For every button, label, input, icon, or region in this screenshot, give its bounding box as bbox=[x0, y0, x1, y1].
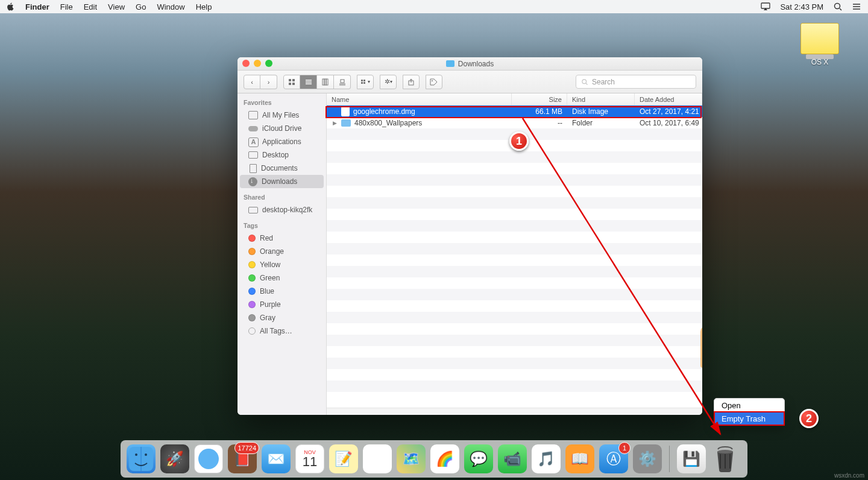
sidebar-tag-orange[interactable]: Orange bbox=[240, 245, 324, 258]
dock-maps-icon[interactable]: 🗺️ bbox=[397, 444, 426, 473]
dock-mail-icon[interactable]: ✉️ bbox=[262, 444, 291, 473]
row-stripes bbox=[327, 128, 702, 408]
all-tags-icon bbox=[248, 327, 256, 335]
view-list-button[interactable] bbox=[300, 75, 317, 89]
sidebar-item-shared-computer[interactable]: desktop-kikq2fk bbox=[240, 203, 324, 216]
dock-trash-icon[interactable] bbox=[711, 444, 740, 473]
drive-icon bbox=[800, 23, 839, 54]
svg-point-9 bbox=[853, 8, 854, 10]
view-coverflow-button[interactable] bbox=[334, 75, 351, 89]
column-header-date[interactable]: Date Added bbox=[635, 93, 702, 105]
dock-separator bbox=[669, 446, 670, 472]
sidebar-favorites-header: Favorites bbox=[237, 93, 326, 109]
column-header-name[interactable]: Name bbox=[327, 93, 512, 105]
svg-rect-24 bbox=[363, 80, 365, 81]
svg-point-8 bbox=[853, 6, 854, 7]
sidebar-item-label: Yellow bbox=[260, 261, 280, 269]
svg-point-2 bbox=[835, 4, 840, 9]
arrange-button[interactable]: ▾ bbox=[357, 75, 374, 89]
file-icon bbox=[341, 107, 350, 116]
sidebar-tag-blue[interactable]: Blue bbox=[240, 285, 324, 298]
context-menu-open[interactable]: Open bbox=[714, 399, 784, 412]
forward-button[interactable]: › bbox=[260, 75, 277, 89]
sidebar-item-icloud[interactable]: iCloud Drive bbox=[240, 122, 324, 135]
sidebar-item-documents[interactable]: Documents bbox=[240, 162, 324, 175]
view-icon-button[interactable] bbox=[283, 75, 300, 89]
menu-help[interactable]: Help bbox=[196, 2, 212, 11]
downloads-icon bbox=[248, 177, 257, 186]
sidebar-tag-green[interactable]: Green bbox=[240, 271, 324, 285]
dock-notes-icon[interactable]: 📝 bbox=[329, 444, 358, 473]
dock-itunes-icon[interactable]: 🎵 bbox=[532, 444, 561, 473]
view-column-button[interactable] bbox=[317, 75, 334, 89]
window-zoom-button[interactable] bbox=[265, 60, 272, 67]
dock-systemprefs-icon[interactable]: ⚙️ bbox=[633, 444, 662, 473]
horizontal-scrollbar[interactable] bbox=[327, 408, 702, 415]
dock-launchpad-icon[interactable]: 🚀 bbox=[160, 444, 189, 473]
dock-finder-icon[interactable] bbox=[127, 444, 156, 473]
menu-edit[interactable]: Edit bbox=[84, 2, 97, 11]
file-date: Oct 27, 2017, 4:21 bbox=[635, 107, 702, 116]
dock-contacts-icon[interactable]: 📕17724 bbox=[228, 444, 257, 473]
menu-go[interactable]: Go bbox=[136, 2, 146, 11]
svg-line-31 bbox=[586, 83, 587, 84]
sidebar-all-tags[interactable]: All Tags… bbox=[240, 324, 324, 338]
footer-attribution: wsxdn.com bbox=[834, 472, 864, 479]
desktop-drive[interactable]: OS X bbox=[796, 23, 844, 66]
disclosure-icon[interactable]: ▶ bbox=[332, 120, 338, 126]
dock-photos-icon[interactable]: 🌈 bbox=[430, 444, 459, 473]
dock-safari-icon[interactable] bbox=[194, 444, 223, 473]
svg-rect-19 bbox=[326, 79, 328, 85]
sidebar-tag-purple[interactable]: Purple bbox=[240, 298, 324, 311]
menu-view[interactable]: View bbox=[108, 2, 125, 11]
svg-rect-23 bbox=[361, 80, 363, 81]
file-kind: Folder bbox=[567, 119, 635, 127]
dock-appstore-icon[interactable]: Ⓐ1 bbox=[599, 444, 628, 473]
action-button[interactable]: ✲ ▾ bbox=[380, 75, 397, 89]
sidebar-item-desktop[interactable]: Desktop bbox=[240, 148, 324, 162]
menubar-clock[interactable]: Sat 2:43 PM bbox=[780, 2, 823, 11]
svg-rect-26 bbox=[363, 82, 365, 84]
folder-icon bbox=[341, 119, 351, 127]
sidebar-item-label: Purple bbox=[260, 300, 281, 309]
window-titlebar[interactable]: Downloads bbox=[237, 57, 702, 71]
file-row[interactable]: googlechrome.dmg 66.1 MB Disk Image Oct … bbox=[327, 106, 702, 117]
column-header-size[interactable]: Size bbox=[512, 93, 567, 105]
menu-file[interactable]: File bbox=[60, 2, 73, 11]
sidebar-item-applications[interactable]: Applications bbox=[240, 135, 324, 148]
svg-rect-25 bbox=[361, 82, 363, 84]
sidebar-tag-gray[interactable]: Gray bbox=[240, 311, 324, 324]
menu-window[interactable]: Window bbox=[157, 2, 184, 11]
sidebar-tag-red[interactable]: Red bbox=[240, 232, 324, 245]
dock: 🚀 📕17724 ✉️ NOV11 📝 ☑︎ 🗺️ 🌈 💬 📹 🎵 📖 Ⓐ1 ⚙… bbox=[121, 440, 747, 478]
search-field[interactable]: Search bbox=[576, 75, 696, 89]
context-menu-empty-trash[interactable]: Empty Trash bbox=[714, 412, 784, 425]
dock-ibooks-icon[interactable]: 📖 bbox=[565, 444, 594, 473]
svg-rect-13 bbox=[292, 83, 295, 85]
column-header-kind[interactable]: Kind bbox=[567, 93, 635, 105]
svg-point-34 bbox=[145, 453, 147, 456]
dock-badge: 17724 bbox=[234, 442, 259, 454]
spotlight-icon[interactable] bbox=[833, 2, 843, 11]
window-close-button[interactable] bbox=[242, 60, 250, 67]
airplay-icon[interactable] bbox=[761, 2, 770, 11]
sidebar-tag-yellow[interactable]: Yellow bbox=[240, 258, 324, 271]
dock-calendar-icon[interactable]: NOV11 bbox=[295, 444, 324, 473]
notification-center-icon[interactable] bbox=[852, 2, 862, 11]
dock-messages-icon[interactable]: 💬 bbox=[464, 444, 493, 473]
window-minimize-button[interactable] bbox=[254, 60, 261, 67]
tags-button[interactable] bbox=[426, 75, 442, 89]
tag-dot-icon bbox=[248, 261, 256, 268]
sidebar-item-all-my-files[interactable]: All My Files bbox=[240, 109, 324, 122]
share-button[interactable] bbox=[403, 75, 420, 89]
dock-facetime-icon[interactable]: 📹 bbox=[498, 444, 527, 473]
sidebar-item-downloads[interactable]: Downloads bbox=[240, 175, 324, 188]
apple-menu-icon[interactable] bbox=[6, 2, 14, 11]
back-button[interactable]: ‹ bbox=[244, 75, 260, 89]
menubar-app-name[interactable]: Finder bbox=[25, 2, 49, 11]
sidebar-item-label: Orange bbox=[260, 247, 284, 256]
dock-recent-icon[interactable]: 💾 bbox=[677, 444, 706, 473]
dock-reminders-icon[interactable]: ☑︎ bbox=[363, 444, 392, 473]
dock-badge: 1 bbox=[618, 442, 631, 454]
file-row[interactable]: ▶480x800_Wallpapers -- Folder Oct 10, 20… bbox=[327, 117, 702, 128]
